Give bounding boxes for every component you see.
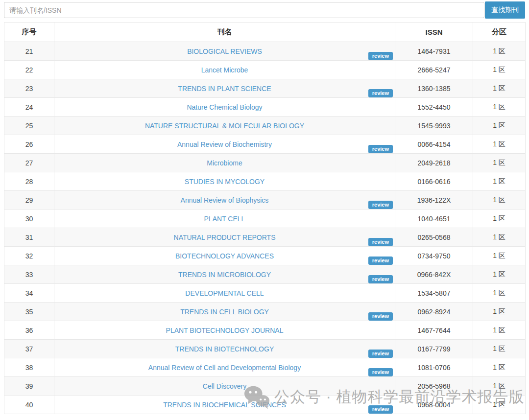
journal-link[interactable]: Cell Discovery [203,382,246,390]
journal-name-cell: TRENDS IN MICROBIOLOGYreview [54,265,395,284]
review-badge: review [368,89,393,97]
row-index: 28 [4,172,54,191]
zone-cell: 1 区 [473,358,526,377]
zone-cell: 1 区 [473,61,526,79]
journal-link[interactable]: Microbiome [207,159,242,167]
review-badge: review [368,405,393,414]
table-row: 37TRENDS IN BIOTECHNOLOGYreview0167-7799… [4,340,526,358]
table-row: 22Lancet Microbe2666-52471 区 [4,61,526,79]
journal-name-cell: PLANT CELL [54,210,395,228]
zone-cell: 1 区 [473,303,526,321]
table-row: 31NATURAL PRODUCT REPORTSreview0265-0568… [4,228,526,247]
zone-cell: 1 区 [473,340,526,358]
journal-link[interactable]: PLANT CELL [204,215,245,223]
row-index: 39 [4,377,54,396]
journal-name-cell: BIOTECHNOLOGY ADVANCESreview [54,247,395,265]
journal-name-cell: Microbiome [54,154,395,172]
table-row: 33TRENDS IN MICROBIOLOGYreview0966-842X1… [4,265,526,284]
row-index: 38 [4,358,54,377]
review-badge: review [368,312,393,321]
zone-cell: 1 区 [473,265,526,284]
search-input[interactable] [4,2,484,18]
zone-cell: 1 区 [473,191,526,210]
issn-cell: 1534-5807 [395,284,473,303]
row-index: 27 [4,154,54,172]
row-index: 22 [4,61,54,79]
table-row: 25NATURE STRUCTURAL & MOLECULAR BIOLOGY1… [4,117,526,135]
journal-name-cell: DEVELOPMENTAL CELL [54,284,395,303]
table-row: 26Annual Review of Biochemistryreview006… [4,135,526,154]
journal-name-cell: NATURAL PRODUCT REPORTSreview [54,228,395,247]
journal-name-cell: TRENDS IN BIOCHEMICAL SCIENCESreview [54,396,395,414]
table-row: 36PLANT BIOTECHNOLOGY JOURNAL1467-76441 … [4,321,526,340]
row-index: 25 [4,117,54,135]
issn-cell: 0166-0616 [395,172,473,191]
journal-link[interactable]: TRENDS IN BIOTECHNOLOGY [175,345,274,353]
journal-link[interactable]: Annual Review of Biophysics [181,196,269,204]
journal-link[interactable]: STUDIES IN MYCOLOGY [185,178,264,186]
zone-cell: 1 区 [473,135,526,154]
review-badge: review [368,350,393,358]
table-row: 29Annual Review of Biophysicsreview1936-… [4,191,526,210]
journal-search-page: 查找期刊 序号 刊名 ISSN 分区 21BIOLOGICAL REVIEWSr… [0,0,529,420]
table-row: 24Nature Chemical Biology1552-44501 区 [4,98,526,117]
journal-link[interactable]: TRENDS IN CELL BIOLOGY [180,308,269,316]
journal-link[interactable]: Lancet Microbe [201,66,248,74]
journal-link[interactable]: PLANT BIOTECHNOLOGY JOURNAL [166,327,284,334]
row-index: 26 [4,135,54,154]
review-badge: review [368,145,393,153]
journal-link[interactable]: TRENDS IN PLANT SCIENCE [178,85,271,93]
issn-cell: 0265-0568 [395,228,473,247]
table-row: 23TRENDS IN PLANT SCIENCEreview1360-1385… [4,79,526,98]
issn-cell: 0962-8924 [395,303,473,321]
journal-name-cell: Lancet Microbe [54,61,395,79]
issn-cell: 1464-7931 [395,42,473,61]
journal-name-cell: Nature Chemical Biology [54,98,395,117]
zone-cell: 1 区 [473,321,526,340]
issn-cell: 0066-4154 [395,135,473,154]
issn-cell: 1081-0706 [395,358,473,377]
table-header-row: 序号 刊名 ISSN 分区 [4,23,526,42]
journal-link[interactable]: NATURAL PRODUCT REPORTS [174,233,276,241]
column-header-issn: ISSN [395,23,473,42]
zone-cell: 1 区 [473,247,526,265]
issn-cell: 2049-2618 [395,154,473,172]
table-row: 34DEVELOPMENTAL CELL1534-58071 区 [4,284,526,303]
zone-cell: 1 区 [473,210,526,228]
review-badge: review [368,275,393,283]
journal-name-cell: PLANT BIOTECHNOLOGY JOURNAL [54,321,395,340]
table-row: 39Cell Discovery2056-59681 区 [4,377,526,396]
table-row: 35TRENDS IN CELL BIOLOGYreview0962-89241… [4,303,526,321]
review-badge: review [368,368,393,376]
journal-link[interactable]: Annual Review of Cell and Developmental … [148,364,301,372]
review-badge: review [368,201,393,209]
journal-name-cell: TRENDS IN BIOTECHNOLOGYreview [54,340,395,358]
journal-link[interactable]: NATURE STRUCTURAL & MOLECULAR BIOLOGY [145,122,304,130]
issn-cell: 1936-122X [395,191,473,210]
row-index: 29 [4,191,54,210]
zone-cell: 1 区 [473,154,526,172]
journal-link[interactable]: DEVELOPMENTAL CELL [185,289,264,297]
journal-link[interactable]: BIOTECHNOLOGY ADVANCES [175,252,274,260]
journal-name-cell: NATURE STRUCTURAL & MOLECULAR BIOLOGY [54,117,395,135]
table-row: 27Microbiome2049-26181 区 [4,154,526,172]
journal-link[interactable]: Nature Chemical Biology [187,103,262,111]
journal-link[interactable]: Annual Review of Biochemistry [177,140,272,148]
issn-cell: 1360-1385 [395,79,473,98]
journal-link[interactable]: TRENDS IN BIOCHEMICAL SCIENCES [163,401,286,409]
issn-cell: 2666-5247 [395,61,473,79]
journal-name-cell: TRENDS IN PLANT SCIENCEreview [54,79,395,98]
search-journal-button[interactable]: 查找期刊 [485,1,525,19]
journal-name-cell: Cell Discovery [54,377,395,396]
zone-cell: 1 区 [473,284,526,303]
row-index: 37 [4,340,54,358]
journal-link[interactable]: BIOLOGICAL REVIEWS [187,47,262,55]
review-badge: review [368,52,393,60]
journal-name-cell: TRENDS IN CELL BIOLOGYreview [54,303,395,321]
zone-cell: 1 区 [473,42,526,61]
journal-name-cell: Annual Review of Biochemistryreview [54,135,395,154]
journal-name-cell: Annual Review of Cell and Developmental … [54,358,395,377]
journal-link[interactable]: TRENDS IN MICROBIOLOGY [178,271,271,279]
zone-cell: 1 区 [473,396,526,414]
table-row: 40TRENDS IN BIOCHEMICAL SCIENCESreview09… [4,396,526,414]
